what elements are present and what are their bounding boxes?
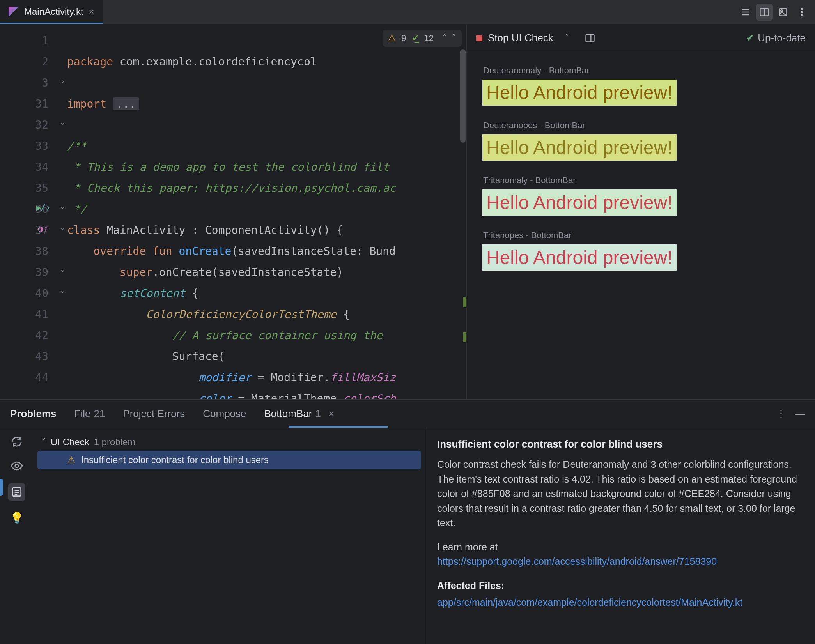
view-mode-list-icon[interactable] — [737, 4, 754, 21]
problems-tab-bottombar[interactable]: BottomBar1 × — [264, 408, 335, 420]
affected-file-link[interactable]: app/src/main/java/com/example/colordefic… — [437, 597, 742, 608]
problems-tool-window: Problems File21 Project Errors Compose B… — [0, 399, 815, 644]
code-area[interactable]: package com.example.colordeficiencycol i… — [61, 24, 466, 399]
stop-icon — [476, 35, 482, 41]
preview-label: Tritanomaly - BottomBar — [483, 175, 807, 186]
refresh-icon[interactable] — [10, 435, 23, 448]
editor-tab-mainactivity[interactable]: MainActivity.kt × — [0, 0, 103, 24]
editor-scrollbar[interactable] — [460, 49, 466, 143]
preview-render: Hello Android preview! — [482, 134, 677, 161]
chevron-down-icon[interactable]: ˅ — [452, 33, 456, 43]
issue-heading: Insufficient color contrast for color bl… — [437, 437, 803, 452]
problems-detail-pane: Insufficient color contrast for color bl… — [425, 428, 815, 644]
vcs-change-marker — [463, 297, 466, 307]
close-tab-icon[interactable]: × — [328, 408, 334, 419]
chevron-down-icon[interactable]: ˅ — [41, 437, 46, 448]
svg-point-2 — [781, 10, 783, 12]
preview-label: Tritanopes - BottomBar — [483, 230, 807, 241]
problems-tab-compose[interactable]: Compose — [203, 408, 246, 420]
line-number-gutter: 123 313233 343536 373839 404142 4344 › ›… — [0, 24, 61, 399]
problems-tree[interactable]: ˅ UI Check 1 problem ⚠ Insufficient colo… — [34, 428, 425, 644]
layout-toggle-icon[interactable] — [581, 30, 599, 47]
warning-icon: ⚠ — [388, 33, 396, 43]
learn-more-link[interactable]: https://support.google.com/accessibility… — [437, 556, 717, 567]
preview-item[interactable]: Deuteranomaly - BottomBarHello Android p… — [475, 65, 807, 106]
chevron-up-icon[interactable]: ˄ — [442, 33, 446, 43]
preview-item[interactable]: Tritanopes - BottomBarHello Android prev… — [475, 230, 807, 271]
preview-status: ✔ Up-to-date — [746, 32, 806, 44]
problems-group-ui-check[interactable]: ˅ UI Check 1 problem — [37, 433, 421, 451]
intention-bulb-icon[interactable]: 💡 — [10, 511, 24, 524]
code-editor[interactable]: 123 313233 343536 373839 404142 4344 › ›… — [0, 24, 466, 399]
kotlin-file-icon — [9, 7, 19, 17]
details-view-icon[interactable] — [8, 483, 25, 501]
preview-render: Hello Android preview! — [482, 80, 677, 106]
affected-files-label: Affected Files: — [437, 579, 803, 593]
view-mode-design-icon[interactable] — [774, 4, 792, 21]
warning-count: 9 — [401, 33, 406, 43]
code-tag-icon: ‹/› — [35, 197, 51, 218]
folded-region[interactable]: ... — [113, 97, 139, 110]
preview-render: Hello Android preview! — [482, 189, 677, 216]
ok-count: 12 — [424, 33, 434, 43]
vcs-change-marker — [463, 332, 466, 342]
svg-point-3 — [801, 8, 803, 10]
more-menu-icon[interactable] — [793, 4, 810, 21]
preview-item[interactable]: Tritanomaly - BottomBarHello Android pre… — [475, 175, 807, 216]
view-mode-split-icon[interactable] — [756, 4, 773, 21]
compose-preview-panel: Stop UI Check ˅ ✔ Up-to-date Deuteranoma… — [466, 24, 815, 399]
problems-tab-file[interactable]: File21 — [74, 408, 105, 420]
minimize-icon[interactable]: — — [795, 408, 805, 420]
preview-label: Deuteranomaly - BottomBar — [483, 65, 807, 76]
problems-side-rail: 💡 — [0, 428, 34, 644]
checkmark-icon: ✔̲ — [412, 33, 419, 43]
preview-item[interactable]: Deuteranopes - BottomBarHello Android pr… — [475, 120, 807, 161]
preview-label: Deuteranopes - BottomBar — [483, 120, 807, 131]
tab-filename: MainActivity.kt — [24, 6, 83, 17]
issue-text: Insufficient color contrast for color bl… — [81, 455, 269, 465]
close-tab-icon[interactable]: × — [89, 6, 94, 17]
visibility-icon[interactable] — [10, 459, 23, 472]
override-gutter-icon[interactable]: ◑↑ — [38, 218, 49, 239]
svg-rect-6 — [586, 34, 594, 42]
problems-title: Problems — [10, 408, 57, 420]
inspection-widget[interactable]: ⚠ 9 ✔̲ 12 ˄ ˅ — [383, 30, 462, 47]
preview-render: Hello Android preview! — [482, 244, 677, 271]
problems-tab-project-errors[interactable]: Project Errors — [123, 408, 185, 420]
problems-issue-row[interactable]: ⚠ Insufficient color contrast for color … — [37, 451, 421, 469]
svg-point-7 — [15, 464, 19, 468]
svg-point-4 — [801, 11, 803, 13]
svg-point-5 — [801, 14, 803, 16]
checkmark-icon: ✔ — [746, 32, 755, 44]
more-menu-icon[interactable]: ⋮ — [776, 408, 786, 420]
tool-window-handle[interactable] — [0, 479, 3, 496]
editor-tab-bar: MainActivity.kt × — [0, 0, 815, 24]
stop-ui-check-button[interactable]: Stop UI Check — [488, 32, 553, 44]
warning-icon: ⚠ — [67, 455, 76, 465]
chevron-down-icon[interactable]: ˅ — [559, 30, 576, 47]
